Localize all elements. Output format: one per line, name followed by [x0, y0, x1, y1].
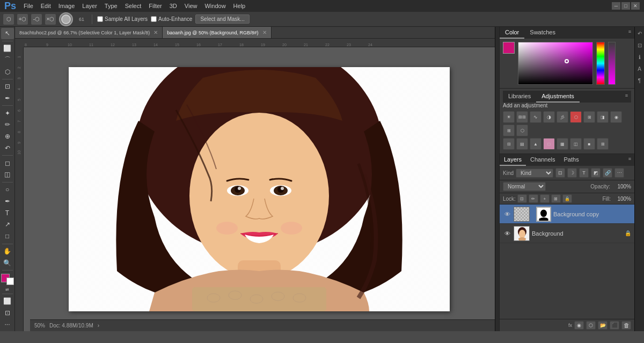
sample-all-input[interactable] — [97, 16, 103, 22]
channel-mixer-icon[interactable]: ⊞ — [503, 125, 515, 136]
solid-color-icon[interactable]: ■ — [583, 138, 595, 150]
lock-image-icon[interactable]: ✏ — [529, 194, 538, 203]
blend-mode-select[interactable]: Normal — [503, 182, 546, 191]
brightness-contrast-icon[interactable]: ☀ — [503, 111, 515, 123]
menu-layer[interactable]: Layer — [79, 2, 100, 10]
add-selection-icon[interactable]: +⬡ — [17, 14, 28, 25]
tab-close-2[interactable]: ✕ — [262, 30, 267, 35]
hue-slider[interactable] — [596, 42, 605, 85]
marquee-tool[interactable]: ⬜ — [1, 43, 14, 54]
shape-tool[interactable]: □ — [1, 231, 14, 242]
color-gradient-picker[interactable] — [518, 42, 593, 85]
path-select-tool[interactable]: ↗ — [1, 219, 14, 230]
menu-select[interactable]: Select — [122, 2, 145, 10]
dodge-tool[interactable]: ○ — [1, 184, 14, 195]
crop-tool[interactable]: ⊡ — [1, 81, 14, 92]
collapse-bar[interactable] — [495, 27, 499, 331]
color-lookup-icon[interactable]: ⬡ — [516, 125, 528, 136]
screen-mode-tool[interactable]: ⊡ — [1, 307, 14, 318]
type-filter-icon[interactable]: T — [579, 168, 589, 178]
spot-heal-tool[interactable]: ✦ — [1, 107, 14, 119]
more-tools[interactable]: ··· — [1, 319, 14, 330]
paths-tab[interactable]: Paths — [560, 154, 583, 166]
close-button[interactable]: ✕ — [631, 2, 640, 10]
select-mask-button[interactable]: Select and Mask... — [195, 14, 249, 24]
canvas-scroll[interactable] — [24, 47, 495, 331]
quick-mask-tool[interactable]: ⬜ — [1, 296, 14, 307]
paragraph-side-icon[interactable]: ¶ — [635, 76, 644, 85]
tab-close-1[interactable]: ✕ — [153, 30, 158, 35]
gradient-map2-icon[interactable]: ◫ — [570, 138, 582, 150]
properties-side-icon[interactable]: ⊡ — [635, 41, 644, 49]
new-adj-layer-button[interactable]: ⬡ — [586, 321, 596, 330]
menu-image[interactable]: Image — [55, 2, 78, 10]
foreground-background-colors[interactable] — [1, 274, 14, 285]
menu-filter[interactable]: Filter — [145, 2, 165, 10]
exposure-icon[interactable]: ◑ — [543, 111, 555, 123]
alpha-slider[interactable] — [608, 42, 616, 85]
invert-icon[interactable]: ⊟ — [503, 138, 515, 150]
color-tab[interactable]: Color — [500, 27, 524, 39]
smart-filter-icon[interactable]: 🔗 — [603, 168, 612, 178]
curves-icon[interactable]: ∿ — [530, 111, 541, 123]
layer-item-bg[interactable]: 👁 Background 🔒 — [500, 224, 634, 243]
black-white-icon[interactable]: ◨ — [597, 111, 609, 123]
pen-tool[interactable]: ✒ — [1, 195, 14, 207]
clone-tool[interactable]: ⊕ — [1, 131, 14, 142]
photo-filter-icon[interactable]: ◉ — [610, 111, 622, 123]
lock-all-icon[interactable]: 🔒 — [562, 194, 572, 203]
layer-visibility-bg-copy[interactable]: 👁 — [503, 210, 511, 218]
vibrance-icon[interactable]: 彡 — [557, 111, 568, 123]
minimize-button[interactable]: ─ — [612, 2, 620, 10]
menu-window[interactable]: Window — [201, 2, 229, 10]
color-panel-options[interactable]: ≡ — [625, 27, 634, 39]
lock-artboard-icon[interactable]: ⊞ — [551, 194, 561, 203]
status-arrow[interactable]: › — [98, 323, 99, 329]
auto-enhance-input[interactable] — [151, 16, 157, 22]
lasso-options-icon[interactable]: ⬡ — [3, 14, 14, 25]
info-side-icon[interactable]: ℹ — [635, 53, 644, 61]
intersect-selection-icon[interactable]: ×⬡ — [45, 14, 56, 25]
threshold-icon[interactable]: ▲ — [530, 138, 541, 150]
swap-colors-icon[interactable]: ⇄ — [5, 287, 9, 292]
layer-visibility-bg[interactable]: 👁 — [503, 229, 511, 238]
hue-saturation-icon[interactable]: ⬡ — [570, 111, 582, 123]
history-side-icon[interactable]: ↶ — [635, 29, 644, 38]
kind-select[interactable]: Kind — [516, 169, 553, 178]
move-tool[interactable]: ↖ — [1, 28, 14, 39]
posterize-icon[interactable]: ▤ — [516, 138, 528, 150]
auto-enhance-checkbox[interactable]: Auto-Enhance — [151, 16, 192, 22]
menu-type[interactable]: Type — [101, 2, 121, 10]
lock-transparent-icon[interactable]: ⊡ — [517, 194, 527, 203]
char-styles-side-icon[interactable]: A — [635, 64, 644, 73]
lock-position-icon[interactable]: + — [540, 194, 550, 203]
menu-help[interactable]: Help — [230, 2, 249, 10]
more-filter-icon[interactable]: ⋯ — [614, 168, 624, 178]
menu-file[interactable]: File — [20, 2, 36, 10]
libraries-tab[interactable]: Libraries — [503, 91, 536, 103]
eyedropper-tool[interactable]: ✒ — [1, 93, 14, 104]
hand-tool[interactable]: ✋ — [1, 245, 14, 257]
tab-baoanh[interactable]: baoanh.jpg @ 50% (Background, RGB/8#) ✕ — [163, 27, 271, 38]
brush-tool[interactable]: ✏ — [1, 119, 14, 130]
channels-tab[interactable]: Channels — [526, 154, 559, 166]
layers-panel-options[interactable]: ≡ — [625, 154, 634, 166]
sample-all-checkbox[interactable]: Sample All Layers — [97, 16, 148, 22]
history-tool[interactable]: ↶ — [1, 143, 14, 154]
selective-color-icon[interactable]: □ — [543, 138, 555, 150]
menu-view[interactable]: View — [181, 2, 201, 10]
pattern-icon[interactable]: ⊞ — [597, 138, 609, 150]
delete-layer-button[interactable]: 🗑 — [621, 321, 631, 330]
subtract-selection-icon[interactable]: -⬡ — [31, 14, 42, 25]
gradient-map-icon[interactable]: ▦ — [557, 138, 568, 150]
add-mask-button[interactable]: ◉ — [574, 321, 584, 330]
layer-item-bg-copy[interactable]: 👁 — [500, 205, 634, 224]
new-group-button[interactable]: 📂 — [598, 321, 608, 330]
foreground-color-swatch[interactable] — [503, 42, 515, 54]
text-tool[interactable]: T — [1, 207, 14, 218]
swatches-tab[interactable]: Swatches — [524, 27, 561, 39]
maximize-button[interactable]: □ — [621, 2, 630, 10]
menu-3d[interactable]: 3D — [166, 2, 180, 10]
adjustments-tab[interactable]: Adjustments — [536, 91, 580, 103]
layer-mask-bg-copy[interactable] — [536, 207, 551, 222]
